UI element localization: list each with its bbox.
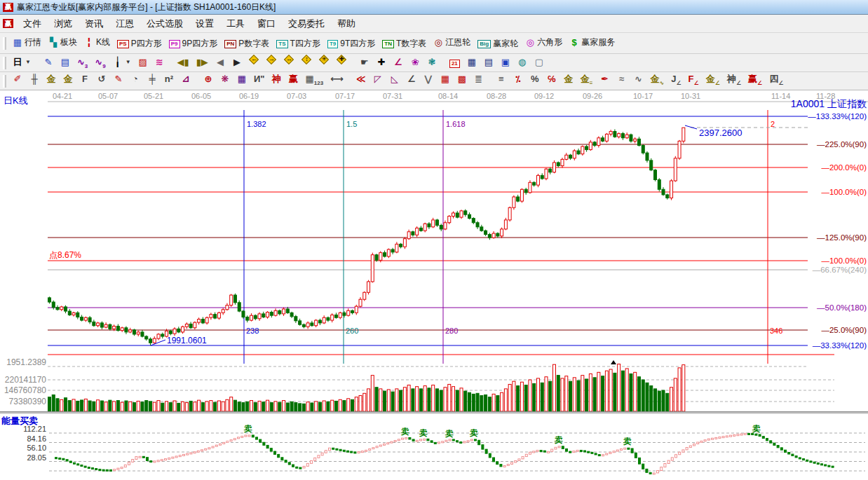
calendar-button[interactable]: 21 bbox=[446, 57, 463, 70]
diamond-expand-all-button[interactable]: ✳ bbox=[316, 53, 333, 67]
hexagon-button[interactable]: ◎六角形 bbox=[522, 34, 566, 50]
diamond-expand-v-button[interactable]: ↕ bbox=[298, 53, 316, 67]
crosshair-tool-button[interactable]: ✚ bbox=[373, 55, 390, 69]
save-button[interactable]: ▣ bbox=[497, 55, 514, 69]
angle-lines-button[interactable]: ∠ bbox=[403, 72, 420, 86]
zigzag-select-button[interactable]: ✎ bbox=[40, 55, 57, 69]
price-grid-button[interactable]: ▦ bbox=[437, 72, 454, 86]
hand-tool-button[interactable]: ☛ bbox=[356, 55, 373, 69]
menu-item-4[interactable]: 公式选股 bbox=[140, 16, 189, 31]
indicator-title[interactable]: 能量买卖 bbox=[1, 415, 38, 427]
last-bar-button[interactable]: ▮▶ bbox=[193, 55, 212, 69]
p-number-table-button[interactable]: PNP数字表 bbox=[221, 36, 273, 52]
shen-grid-button[interactable]: 神 bbox=[269, 72, 285, 86]
dense-grid-button[interactable]: ╪ bbox=[144, 72, 161, 86]
9t-square-button[interactable]: T99T四方形 bbox=[324, 36, 379, 52]
span-arrows-button[interactable]: ⟷ bbox=[327, 72, 347, 86]
shen-angle-button[interactable]: 神∠ bbox=[724, 72, 745, 90]
ruler-123-button[interactable]: ▦123 bbox=[302, 72, 327, 90]
network-button[interactable]: ◍ bbox=[514, 55, 531, 69]
gold-grid-1-button[interactable]: 金 bbox=[43, 72, 60, 86]
gold-line-button[interactable]: 金≡ bbox=[577, 72, 597, 90]
winner-wheel-button[interactable]: Big赢家轮 bbox=[474, 36, 522, 52]
kline-period-combo-button[interactable]: 日▼ bbox=[9, 55, 34, 69]
pen-grid-button[interactable]: ✎ bbox=[110, 72, 127, 86]
wave-channel-button[interactable]: ≈ bbox=[613, 72, 630, 86]
k-count-button[interactable]: И" bbox=[250, 72, 269, 86]
wave-box-button[interactable]: ∿ bbox=[630, 72, 646, 86]
remote-pc-button[interactable]: ▢ bbox=[531, 55, 548, 69]
f-angle-button[interactable]: F∠ bbox=[685, 72, 703, 90]
parallel-lines-button[interactable]: ≣ bbox=[470, 72, 487, 86]
menu-item-1[interactable]: 浏览 bbox=[48, 16, 79, 31]
toolbar-grip[interactable] bbox=[3, 75, 6, 88]
pane-splitter[interactable] bbox=[0, 411, 868, 414]
menu-item-6[interactable]: 工具 bbox=[220, 16, 251, 31]
diamond-expand-h-button[interactable]: ↔ bbox=[280, 53, 298, 67]
menu-item-2[interactable]: 资讯 bbox=[79, 16, 109, 31]
price-grid-2-button[interactable]: ▩ bbox=[454, 72, 470, 86]
angle-a-button[interactable]: ⊿ bbox=[177, 72, 194, 86]
gold-grid-2-button[interactable]: 金 bbox=[60, 72, 76, 86]
period-label[interactable]: 日K线 bbox=[4, 95, 28, 107]
spider-web-button[interactable]: ❋ bbox=[217, 72, 233, 86]
menu-item-9[interactable]: 帮助 bbox=[331, 16, 362, 31]
quotes-button[interactable]: ▦行情 bbox=[9, 34, 45, 50]
f-grid-button[interactable]: F bbox=[76, 72, 93, 86]
p-square-button[interactable]: PSP四方形 bbox=[114, 36, 165, 52]
wave-3-button[interactable]: ∿3 bbox=[74, 55, 91, 74]
percent-slash-button[interactable]: ⁒ bbox=[510, 72, 527, 86]
clock-grid-button[interactable]: ◔ bbox=[127, 72, 144, 86]
calculator-button[interactable]: ▦ bbox=[463, 55, 480, 69]
t-square-button[interactable]: TST四方形 bbox=[273, 36, 324, 52]
symbol-label[interactable]: 1A0001 上证指数 bbox=[791, 98, 867, 111]
title-bar[interactable]: 赢 赢家江恩专业版[赢家内部服务平台] - [上证指数 SH1A0001-160… bbox=[0, 0, 868, 15]
gold-angle-wave-button[interactable]: 金∿ bbox=[646, 72, 667, 90]
winner-service-button[interactable]: $赢家服务 bbox=[566, 34, 618, 50]
stock-list-button[interactable]: ▤ bbox=[57, 55, 74, 69]
web-tool-button[interactable]: ❃ bbox=[423, 55, 440, 69]
gann-fan-button[interactable]: ≪ bbox=[353, 72, 369, 86]
percent-line-button[interactable]: ℅ bbox=[543, 72, 560, 86]
pattern-red-button[interactable]: ▨ bbox=[135, 55, 151, 69]
prev-bar-button[interactable]: ◀ bbox=[212, 55, 229, 69]
toolbar-grip[interactable] bbox=[3, 37, 6, 50]
gann-grid-button[interactable]: ╫ bbox=[26, 72, 43, 86]
menu-item-3[interactable]: 江恩 bbox=[109, 16, 140, 31]
circle-cross-button[interactable]: ⊕ bbox=[200, 72, 217, 86]
diamond-shift-right-button[interactable]: → bbox=[263, 53, 280, 67]
percent-button[interactable]: % bbox=[527, 72, 543, 86]
notepad-button[interactable]: ▤ bbox=[480, 55, 497, 69]
win-grid-button[interactable]: 赢 bbox=[285, 72, 302, 86]
t-number-table-button[interactable]: TNT数字表 bbox=[379, 36, 430, 52]
gann-wheel-button[interactable]: ◎江恩轮 bbox=[430, 34, 474, 50]
flower-tool-button[interactable]: ❀ bbox=[407, 55, 423, 69]
pen-flag-button[interactable]: ✒ bbox=[596, 72, 613, 86]
spiral-tool-button[interactable]: ↺ bbox=[93, 72, 110, 86]
web-grid-button[interactable]: ▦ bbox=[233, 72, 250, 86]
four-angle-button[interactable]: 四∠ bbox=[766, 72, 787, 90]
diamond-center-button[interactable]: ✚ bbox=[333, 53, 351, 67]
chart-plot[interactable]: 04-2105-0705-2106-0506-1907-0307-1707-31… bbox=[0, 90, 868, 480]
menu-item-7[interactable]: 窗口 bbox=[251, 16, 282, 31]
stat-bars-button[interactable]: ≡ bbox=[493, 72, 510, 86]
9p-square-button[interactable]: P99P四方形 bbox=[165, 36, 221, 52]
menu-item-8[interactable]: 交易委托 bbox=[282, 16, 331, 31]
n-square-button[interactable]: n² bbox=[161, 72, 177, 86]
next-bar-button[interactable]: ▶ bbox=[229, 55, 245, 69]
toolbar-grip[interactable] bbox=[3, 57, 6, 69]
angle-measure-tool-button[interactable]: ∠ bbox=[390, 55, 407, 69]
sectors-button[interactable]: ▚板块 bbox=[45, 34, 81, 50]
menu-item-5[interactable]: 设置 bbox=[189, 16, 220, 31]
gold-circle-button[interactable]: 金 bbox=[560, 72, 577, 86]
v-lines-button[interactable]: ⋁ bbox=[420, 72, 437, 86]
first-bar-button[interactable]: ◀▮ bbox=[174, 55, 193, 69]
wave-9-button[interactable]: ∿9 bbox=[91, 55, 109, 74]
kline-button[interactable]: ╏K线 bbox=[81, 34, 114, 50]
color-histogram-button[interactable]: ≋ bbox=[151, 55, 168, 69]
menu-item-0[interactable]: 文件 bbox=[17, 16, 48, 31]
j-angle-button[interactable]: J∠ bbox=[667, 72, 684, 90]
fan-box-2-button[interactable]: ◺ bbox=[386, 72, 403, 86]
candle-style-combo-button[interactable]: ╽▼ bbox=[109, 55, 135, 69]
diamond-shift-left-button[interactable]: ← bbox=[245, 53, 263, 67]
